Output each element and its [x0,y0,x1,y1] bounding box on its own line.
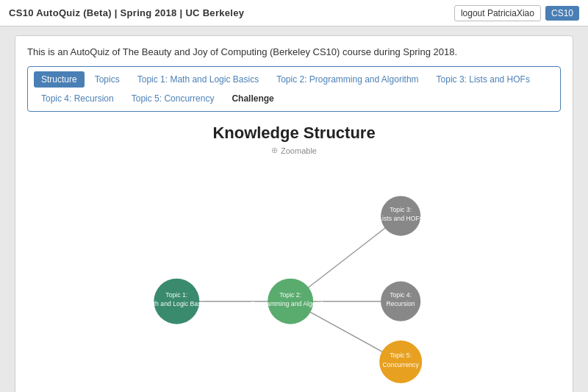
cs10-button[interactable]: CS10 [545,6,579,21]
logout-button[interactable]: logout PatriciaXiao [454,5,541,21]
knowledge-title: Knowledge Structure [27,124,561,143]
zoomable-label: ⊕ Zoomable [27,146,561,155]
tab-topic5[interactable]: Topic 5: Concurrency [124,90,222,107]
graph-node-topic5[interactable]: Topic 5:Concurrency [379,341,422,383]
graph-node-topic3[interactable]: Topic 3:Lists and HOFs [379,196,423,235]
tab-topic2[interactable]: Topic 2: Programming and Algorithm [269,71,426,88]
graph-node-topic2[interactable]: Topic 2:Programming and Algorithm [251,279,330,324]
tab-challenge[interactable]: Challenge [224,90,281,107]
zoomable-text: Zoomable [281,146,317,155]
zoom-icon: ⊕ [271,146,278,155]
graph-node-topic4[interactable]: Topic 4:Recursion [381,282,420,321]
node-label: Concurrency [383,361,420,368]
header-actions: logout PatriciaXiao CS10 [454,5,579,21]
header: CS10 AutoQuiz (Beta) | Spring 2018 | UC … [0,0,588,26]
knowledge-graph: Topic 1:Math and Logic BasicsTopic 2:Pro… [27,163,561,383]
node-label: Recursion [387,300,415,307]
tabs-row2: Topic 4: RecursionTopic 5: ConcurrencyCh… [34,90,554,107]
tab-topics[interactable]: Topics [87,71,127,88]
tab-topic1[interactable]: Topic 1: Math and Logic Basics [130,71,266,88]
tab-structure[interactable]: Structure [34,71,85,88]
graph-node-topic1[interactable]: Topic 1:Math and Logic Basics [145,279,209,324]
graph-container: Topic 1:Math and Logic BasicsTopic 2:Pro… [27,163,561,383]
node-label: Topic 2: [279,291,301,299]
node-label: Lists and HOFs [379,215,423,222]
tabs-row1: StructureTopicsTopic 1: Math and Logic B… [34,71,554,88]
tab-topic3[interactable]: Topic 3: Lists and HOFs [429,71,537,88]
main-content: This is an AutoQuiz of The Beauty and Jo… [0,26,588,392]
node-label: Programming and Algorithm [251,300,330,307]
tab-topic4[interactable]: Topic 4: Recursion [34,90,121,107]
node-label: Math and Logic Basics [145,300,209,307]
knowledge-section: Knowledge Structure ⊕ Zoomable Topic 1:M… [27,124,561,383]
app-title: CS10 AutoQuiz (Beta) | Spring 2018 | UC … [9,7,244,18]
node-label: Topic 1: [165,291,187,299]
node-label: Topic 3: [390,206,412,213]
node-label: Topic 4: [390,291,412,299]
description-text: This is an AutoQuiz of The Beauty and Jo… [27,46,561,57]
tabs-container: StructureTopicsTopic 1: Math and Logic B… [27,66,561,112]
content-card: This is an AutoQuiz of The Beauty and Jo… [15,35,573,392]
node-label: Topic 5: [390,352,412,359]
